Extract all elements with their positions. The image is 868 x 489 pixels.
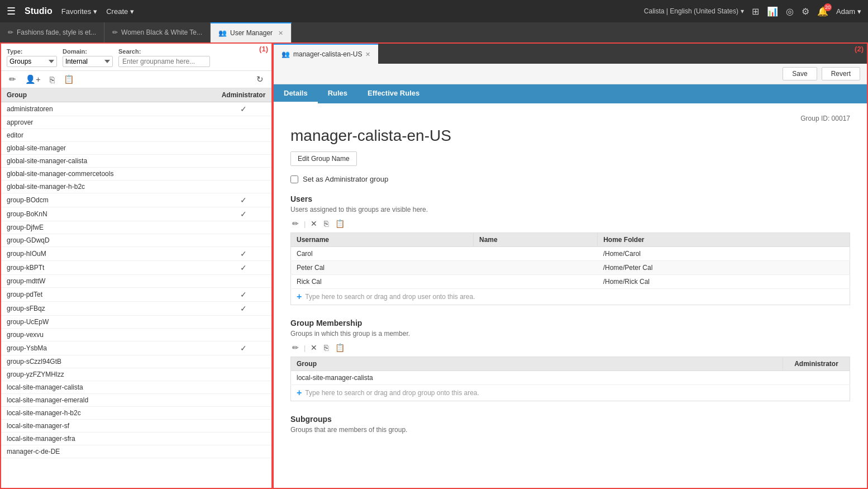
- edit-btn[interactable]: ✏: [7, 73, 18, 86]
- membership-add-row[interactable]: + Type here to search or drag and drop g…: [290, 385, 850, 401]
- membership-delete-btn[interactable]: ✕: [309, 342, 319, 353]
- left-toolbar: ✏ 👤+ ⎘ 📋 ↻: [1, 71, 271, 88]
- inner-tab-bar: 👥 manager-calista-en-US ✕: [274, 44, 867, 64]
- chevron-down-icon: ▾: [741, 7, 744, 15]
- table-row[interactable]: Carol /Home/Carol: [291, 247, 850, 261]
- paste-btn[interactable]: 📋: [61, 73, 77, 86]
- membership-col-admin: Administrator: [783, 357, 850, 371]
- admin-checkbox[interactable]: [290, 175, 298, 183]
- table-row[interactable]: group-sCzzl94GtB: [1, 355, 271, 368]
- table-row[interactable]: group-pdTet ✓: [1, 288, 271, 302]
- refresh-btn[interactable]: ↻: [254, 73, 266, 86]
- locale-selector[interactable]: Calista | English (United States) ▾: [644, 7, 744, 15]
- table-row[interactable]: group-yzFZYMHlzz: [1, 368, 271, 381]
- revert-button[interactable]: Revert: [822, 67, 860, 80]
- table-row[interactable]: global-site-manager-h-b2c: [1, 181, 271, 193]
- membership-paste-btn[interactable]: 📋: [333, 342, 346, 353]
- add-user-btn[interactable]: 👤+: [23, 73, 43, 86]
- table-row[interactable]: group-hIOuM ✓: [1, 247, 271, 261]
- users-col-home: Home Folder: [598, 233, 850, 247]
- table-row[interactable]: Peter Cal /Home/Peter Cal: [291, 261, 850, 275]
- table-row[interactable]: approver: [1, 116, 271, 129]
- users-paste-btn[interactable]: 📋: [333, 218, 346, 229]
- close-inner-tab-icon[interactable]: ✕: [365, 51, 370, 58]
- group-membership-section: Group Membership Groups in which this gr…: [290, 319, 850, 401]
- settings-icon[interactable]: ⚙: [802, 6, 809, 17]
- users-edit-btn[interactable]: ✏: [290, 218, 301, 229]
- group-name-cell: local-site-manager-sfra: [1, 433, 216, 445]
- admin-cell: [216, 420, 271, 433]
- table-row[interactable]: group-GDwqD: [1, 234, 271, 247]
- users-copy-btn[interactable]: ⎘: [322, 218, 330, 229]
- group-name-cell: global-site-manager-h-b2c: [1, 181, 216, 193]
- notifications-icon[interactable]: 🔔 20: [817, 6, 828, 17]
- name-cell: [474, 261, 598, 275]
- close-tab-icon[interactable]: ✕: [278, 30, 283, 37]
- users-table: Username Name Home Folder Carol /Home/Ca…: [290, 232, 850, 289]
- group-membership-title: Group Membership: [290, 319, 850, 327]
- chevron-down-icon: ▾: [130, 7, 134, 16]
- hamburger-icon[interactable]: ☰: [7, 5, 16, 17]
- membership-edit-btn[interactable]: ✏: [290, 342, 301, 353]
- tab-rules[interactable]: Rules: [318, 84, 357, 103]
- users-add-row[interactable]: + Type here to search or drag and drop u…: [290, 289, 850, 305]
- table-row[interactable]: local-site-manager-calista: [291, 371, 850, 385]
- table-row[interactable]: local-site-manager-sf: [1, 420, 271, 433]
- location-icon[interactable]: ◎: [786, 6, 794, 17]
- table-row[interactable]: Rick Cal /Home/Rick Cal: [291, 275, 850, 289]
- user-menu[interactable]: Adam ▾: [836, 7, 861, 16]
- grid-icon[interactable]: ⊞: [752, 6, 759, 17]
- domain-label: Domain:: [63, 48, 113, 55]
- tab-women[interactable]: ✏ Women Black & White Te...: [104, 22, 211, 42]
- group-table: Group Administrator administratoren ✓ ap…: [1, 88, 271, 488]
- domain-select[interactable]: Internal: [63, 56, 113, 67]
- table-row[interactable]: group-YsbMa ✓: [1, 341, 271, 355]
- table-row[interactable]: group-mdttW: [1, 275, 271, 288]
- membership-admin-cell: [783, 371, 850, 385]
- save-button[interactable]: Save: [783, 67, 817, 80]
- table-row[interactable]: group-vexvu: [1, 329, 271, 341]
- admin-cell: ✓: [216, 288, 271, 302]
- table-row[interactable]: editor: [1, 129, 271, 142]
- membership-table: Group Administrator local-site-manager-c…: [290, 357, 850, 385]
- favorites-menu[interactable]: Favorites ▾: [61, 7, 97, 16]
- table-row[interactable]: local-site-manager-h-b2c: [1, 407, 271, 420]
- admin-cell: ✓: [216, 341, 271, 355]
- group-name-cell: group-sFBqz: [1, 302, 216, 316]
- admin-cell: ✓: [216, 193, 271, 207]
- group-membership-desc: Groups in which this group is a member.: [290, 330, 850, 338]
- table-row[interactable]: manager-c-de-DE: [1, 445, 271, 458]
- table-row[interactable]: group-kBPTt ✓: [1, 261, 271, 275]
- tab-details[interactable]: Details: [274, 84, 318, 103]
- tab-effective-rules[interactable]: Effective Rules: [357, 84, 430, 103]
- type-select[interactable]: Groups: [7, 56, 57, 67]
- tab-fashions[interactable]: ✏ Fashions fade, style is et...: [0, 22, 104, 42]
- edit-group-name-button[interactable]: Edit Group Name: [290, 151, 357, 166]
- table-row[interactable]: global-site-manager-calista: [1, 155, 271, 168]
- group-name-cell: global-site-manager-commercetools: [1, 168, 216, 181]
- create-menu[interactable]: Create ▾: [106, 7, 134, 16]
- panel-label-1: (1): [259, 45, 268, 53]
- table-row[interactable]: group-sFBqz ✓: [1, 302, 271, 316]
- table-row[interactable]: global-site-manager: [1, 142, 271, 155]
- table-row[interactable]: administratoren ✓: [1, 102, 271, 116]
- table-row[interactable]: local-site-manager-sfra: [1, 433, 271, 445]
- chart-icon[interactable]: 📊: [767, 6, 778, 17]
- table-row[interactable]: local-site-manager-emerald: [1, 394, 271, 407]
- tab-user-manager[interactable]: 👥 User Manager ✕: [211, 22, 292, 42]
- inner-tab-manager[interactable]: 👥 manager-calista-en-US ✕: [274, 44, 378, 64]
- group-name-cell: approver: [1, 116, 216, 129]
- table-row[interactable]: global-site-manager-commercetools: [1, 168, 271, 181]
- group-name-cell: group-hIOuM: [1, 247, 216, 261]
- copy-btn[interactable]: ⎘: [47, 74, 57, 86]
- group-name-cell: group-pdTet: [1, 288, 216, 302]
- table-row[interactable]: group-UcEpW: [1, 316, 271, 329]
- table-row[interactable]: group-BOdcm ✓: [1, 193, 271, 207]
- table-row[interactable]: local-site-manager-calista: [1, 381, 271, 394]
- membership-copy-btn[interactable]: ⎘: [322, 342, 330, 353]
- table-row[interactable]: group-DjfwE: [1, 221, 271, 234]
- search-input[interactable]: [118, 56, 210, 67]
- table-row[interactable]: group-BoKnN ✓: [1, 207, 271, 221]
- admin-cell: [216, 221, 271, 234]
- users-delete-btn[interactable]: ✕: [309, 218, 319, 229]
